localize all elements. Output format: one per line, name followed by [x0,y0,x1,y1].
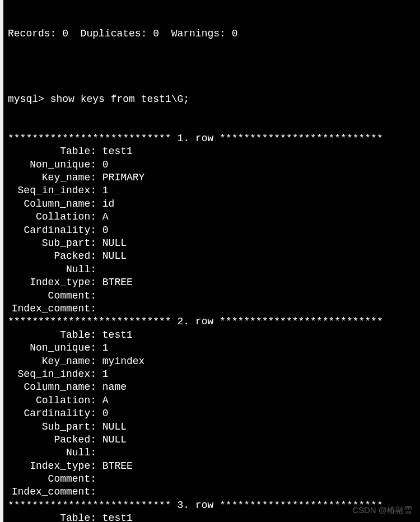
field-label: Table: [8,329,96,342]
mysql-prompt: mysql> [8,94,50,105]
field-label: Comment: [8,473,96,486]
field-row: Seq_in_index: 1 [8,368,416,381]
field-label: Seq_in_index: [8,184,96,197]
field-value: BTREE [96,276,133,289]
field-row: Sub_part: NULL [8,237,416,250]
field-row: Packed: NULL [8,434,416,446]
field-row: Table: test1 [8,145,416,158]
field-value: NULL [96,250,127,263]
field-value: test1 [96,329,133,342]
field-label: Collation: [8,211,96,223]
sql-command: show keys from test1\G; [50,94,189,105]
field-label: Cardinality: [8,407,96,420]
field-value [96,263,102,276]
field-label: Sub_part: [8,421,96,434]
field-value [96,446,102,459]
field-label: Table: [8,145,96,158]
field-row: Comment: [8,290,416,302]
csdn-watermark: CSDN @椿融雪 [352,505,412,516]
field-label: Column_name: [8,198,96,211]
field-value: 1 [96,368,109,381]
field-label: Key_name: [8,355,96,368]
field-value: id [96,198,114,211]
field-label: Seq_in_index: [8,368,96,381]
field-label: Non_unique: [8,342,96,355]
field-label: Key_name: [8,171,96,184]
field-label: Collation: [8,394,96,407]
field-value [96,473,102,486]
field-value: 0 [96,159,109,171]
field-row: Non_unique: 1 [8,342,416,355]
field-row: Index_comment: [8,486,416,498]
field-value: 0 [96,407,109,420]
field-label: Table: [8,512,96,522]
field-row: Column_name: id [8,198,416,211]
field-value: myindex [96,355,144,368]
field-label: Sub_part: [8,237,96,250]
records-status-line: Records: 0 Duplicates: 0 Warnings: 0 [8,27,416,40]
field-value [96,302,102,315]
field-row: Null: [8,446,416,459]
field-label: Index_type: [8,460,96,473]
field-value: test1 [96,145,133,158]
terminal-output[interactable]: Records: 0 Duplicates: 0 Warnings: 0 mys… [3,0,420,522]
field-value: PRIMARY [96,171,144,184]
field-row: Cardinality: 0 [8,407,416,420]
field-row: Comment: [8,473,416,486]
field-value: test1 [96,512,133,522]
field-value: A [96,211,109,223]
field-value: NULL [96,237,127,250]
field-label: Null: [8,263,96,276]
field-row: Index_type: BTREE [8,276,416,289]
field-row: Index_comment: [8,302,416,315]
field-value: 1 [96,342,109,355]
field-row: Seq_in_index: 1 [8,184,416,197]
field-value: NULL [96,434,127,446]
field-value: name [96,381,127,394]
field-value: 0 [96,224,109,237]
field-row: Null: [8,263,416,276]
field-label: Null: [8,446,96,459]
field-value: BTREE [96,460,133,473]
field-value: A [96,394,109,407]
field-row: Cardinality: 0 [8,224,416,237]
field-row: Table: test1 [8,329,416,342]
field-row: Key_name: PRIMARY [8,171,416,184]
field-value: 1 [96,184,109,197]
field-value [96,290,102,302]
field-label: Packed: [8,434,96,446]
field-value [96,486,102,498]
result-rows: *************************** 1. row *****… [8,132,416,522]
field-row: Packed: NULL [8,250,416,263]
field-row: Collation: A [8,211,416,223]
row-separator: *************************** 1. row *****… [8,132,416,145]
field-label: Index_comment: [8,486,96,498]
field-row: Key_name: myindex [8,355,416,368]
field-label: Packed: [8,250,96,263]
field-row: Non_unique: 0 [8,159,416,171]
field-row: Index_type: BTREE [8,460,416,473]
field-row: Column_name: name [8,381,416,394]
row-separator: *************************** 2. row *****… [8,315,416,328]
field-label: Non_unique: [8,159,96,171]
command-line: mysql> show keys from test1\G; [8,93,416,106]
field-label: Cardinality: [8,224,96,237]
field-label: Index_comment: [8,302,96,315]
field-row: Sub_part: NULL [8,421,416,434]
field-label: Comment: [8,290,96,302]
field-value: NULL [96,421,127,434]
field-row: Collation: A [8,394,416,407]
field-label: Column_name: [8,381,96,394]
field-label: Index_type: [8,276,96,289]
